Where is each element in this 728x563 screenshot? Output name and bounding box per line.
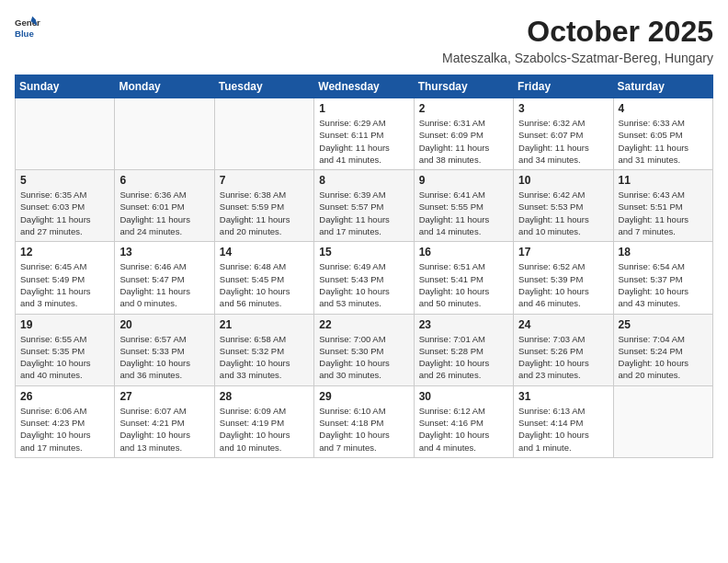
calendar-cell: 1Sunrise: 6:29 AM Sunset: 6:11 PM Daylig… [314,98,414,170]
calendar-cell: 17Sunrise: 6:52 AM Sunset: 5:39 PM Dayli… [514,242,613,314]
calendar-cell: 21Sunrise: 6:58 AM Sunset: 5:32 PM Dayli… [214,314,313,385]
day-number: 14 [220,246,309,259]
calendar-cell: 24Sunrise: 7:03 AM Sunset: 5:26 PM Dayli… [514,314,613,385]
logo-icon: General Blue [15,15,40,40]
calendar-week-row: 19Sunrise: 6:55 AM Sunset: 5:35 PM Dayli… [16,314,713,385]
calendar-week-row: 1Sunrise: 6:29 AM Sunset: 6:11 PM Daylig… [16,98,713,170]
svg-text:General: General [15,17,40,28]
day-number: 7 [220,174,309,187]
calendar-week-row: 12Sunrise: 6:45 AM Sunset: 5:49 PM Dayli… [16,242,713,314]
logo: General Blue [15,15,40,40]
calendar-cell: 22Sunrise: 7:00 AM Sunset: 5:30 PM Dayli… [314,314,414,385]
day-info: Sunrise: 6:42 AM Sunset: 5:53 PM Dayligh… [518,189,608,237]
weekday-header-sunday: Sunday [16,75,115,98]
day-info: Sunrise: 6:31 AM Sunset: 6:09 PM Dayligh… [419,117,508,166]
calendar-cell: 26Sunrise: 6:06 AM Sunset: 4:23 PM Dayli… [16,385,115,457]
calendar-cell: 29Sunrise: 6:10 AM Sunset: 4:18 PM Dayli… [314,385,414,457]
calendar-week-row: 26Sunrise: 6:06 AM Sunset: 4:23 PM Dayli… [16,385,713,457]
day-number: 24 [518,318,608,331]
day-number: 27 [119,390,209,403]
calendar-cell: 18Sunrise: 6:54 AM Sunset: 5:37 PM Dayli… [613,242,712,314]
day-info: Sunrise: 6:43 AM Sunset: 5:51 PM Dayligh… [619,189,708,237]
weekday-header-tuesday: Tuesday [214,75,313,98]
day-number: 16 [419,246,508,259]
day-number: 2 [419,102,508,115]
calendar-cell: 10Sunrise: 6:42 AM Sunset: 5:53 PM Dayli… [514,170,613,242]
day-number: 10 [518,174,608,187]
calendar-cell: 31Sunrise: 6:13 AM Sunset: 4:14 PM Dayli… [514,385,613,457]
day-number: 15 [319,246,408,259]
day-info: Sunrise: 6:38 AM Sunset: 5:59 PM Dayligh… [220,189,309,237]
calendar-cell: 13Sunrise: 6:46 AM Sunset: 5:47 PM Dayli… [115,242,214,314]
weekday-header-saturday: Saturday [613,75,712,98]
day-info: Sunrise: 6:32 AM Sunset: 6:07 PM Dayligh… [518,117,608,166]
calendar-cell: 2Sunrise: 6:31 AM Sunset: 6:09 PM Daylig… [414,98,513,170]
calendar-cell: 6Sunrise: 6:36 AM Sunset: 6:01 PM Daylig… [115,170,214,242]
day-number: 19 [20,318,109,331]
calendar-cell [115,98,214,170]
day-info: Sunrise: 6:41 AM Sunset: 5:55 PM Dayligh… [419,189,508,237]
day-number: 23 [419,318,508,331]
day-number: 13 [119,246,209,259]
day-number: 9 [419,174,508,187]
calendar-cell: 19Sunrise: 6:55 AM Sunset: 5:35 PM Dayli… [16,314,115,385]
day-number: 6 [119,174,209,187]
day-number: 3 [518,102,608,115]
day-number: 29 [319,390,408,403]
calendar-cell: 8Sunrise: 6:39 AM Sunset: 5:57 PM Daylig… [314,170,414,242]
month-title: October 2025 [442,15,713,49]
day-number: 1 [319,102,408,115]
day-number: 12 [20,246,109,259]
calendar-cell: 15Sunrise: 6:49 AM Sunset: 5:43 PM Dayli… [314,242,414,314]
day-info: Sunrise: 6:48 AM Sunset: 5:45 PM Dayligh… [220,260,309,309]
calendar: SundayMondayTuesdayWednesdayThursdayFrid… [15,75,713,458]
day-info: Sunrise: 6:35 AM Sunset: 6:03 PM Dayligh… [20,189,109,237]
day-info: Sunrise: 6:57 AM Sunset: 5:33 PM Dayligh… [119,333,209,382]
day-number: 21 [220,318,309,331]
calendar-cell: 5Sunrise: 6:35 AM Sunset: 6:03 PM Daylig… [16,170,115,242]
day-number: 28 [220,390,309,403]
day-info: Sunrise: 6:54 AM Sunset: 5:37 PM Dayligh… [619,260,708,309]
day-info: Sunrise: 6:13 AM Sunset: 4:14 PM Dayligh… [518,405,608,454]
day-info: Sunrise: 6:36 AM Sunset: 6:01 PM Dayligh… [119,189,209,237]
svg-text:Blue: Blue [15,29,34,39]
day-info: Sunrise: 7:01 AM Sunset: 5:28 PM Dayligh… [419,333,508,382]
day-number: 17 [518,246,608,259]
day-info: Sunrise: 6:12 AM Sunset: 4:16 PM Dayligh… [419,405,508,454]
weekday-header-row: SundayMondayTuesdayWednesdayThursdayFrid… [16,75,713,98]
calendar-cell: 11Sunrise: 6:43 AM Sunset: 5:51 PM Dayli… [613,170,712,242]
day-info: Sunrise: 6:49 AM Sunset: 5:43 PM Dayligh… [319,260,408,309]
day-info: Sunrise: 6:45 AM Sunset: 5:49 PM Dayligh… [20,260,109,309]
day-number: 25 [619,318,708,331]
calendar-cell: 4Sunrise: 6:33 AM Sunset: 6:05 PM Daylig… [613,98,712,170]
day-number: 5 [20,174,109,187]
day-info: Sunrise: 6:10 AM Sunset: 4:18 PM Dayligh… [319,405,408,454]
day-number: 22 [319,318,408,331]
day-number: 31 [518,390,608,403]
weekday-header-friday: Friday [514,75,613,98]
day-info: Sunrise: 7:04 AM Sunset: 5:24 PM Dayligh… [619,333,708,382]
calendar-cell: 30Sunrise: 6:12 AM Sunset: 4:16 PM Dayli… [414,385,513,457]
calendar-cell: 27Sunrise: 6:07 AM Sunset: 4:21 PM Dayli… [115,385,214,457]
day-number: 26 [20,390,109,403]
day-number: 30 [419,390,508,403]
calendar-cell: 3Sunrise: 6:32 AM Sunset: 6:07 PM Daylig… [514,98,613,170]
day-info: Sunrise: 7:00 AM Sunset: 5:30 PM Dayligh… [319,333,408,382]
day-info: Sunrise: 6:39 AM Sunset: 5:57 PM Dayligh… [319,189,408,237]
calendar-week-row: 5Sunrise: 6:35 AM Sunset: 6:03 PM Daylig… [16,170,713,242]
day-number: 20 [119,318,209,331]
day-info: Sunrise: 6:55 AM Sunset: 5:35 PM Dayligh… [20,333,109,382]
calendar-cell: 25Sunrise: 7:04 AM Sunset: 5:24 PM Dayli… [613,314,712,385]
calendar-cell: 28Sunrise: 6:09 AM Sunset: 4:19 PM Dayli… [214,385,313,457]
weekday-header-wednesday: Wednesday [314,75,414,98]
day-number: 18 [619,246,708,259]
calendar-cell: 9Sunrise: 6:41 AM Sunset: 5:55 PM Daylig… [414,170,513,242]
day-info: Sunrise: 6:51 AM Sunset: 5:41 PM Dayligh… [419,260,508,309]
day-info: Sunrise: 6:29 AM Sunset: 6:11 PM Dayligh… [319,117,408,166]
title-block: October 2025 Mateszalka, Szabolcs-Szatma… [442,15,713,65]
weekday-header-thursday: Thursday [414,75,513,98]
day-info: Sunrise: 7:03 AM Sunset: 5:26 PM Dayligh… [518,333,608,382]
calendar-cell: 16Sunrise: 6:51 AM Sunset: 5:41 PM Dayli… [414,242,513,314]
calendar-cell [214,98,313,170]
calendar-cell: 14Sunrise: 6:48 AM Sunset: 5:45 PM Dayli… [214,242,313,314]
